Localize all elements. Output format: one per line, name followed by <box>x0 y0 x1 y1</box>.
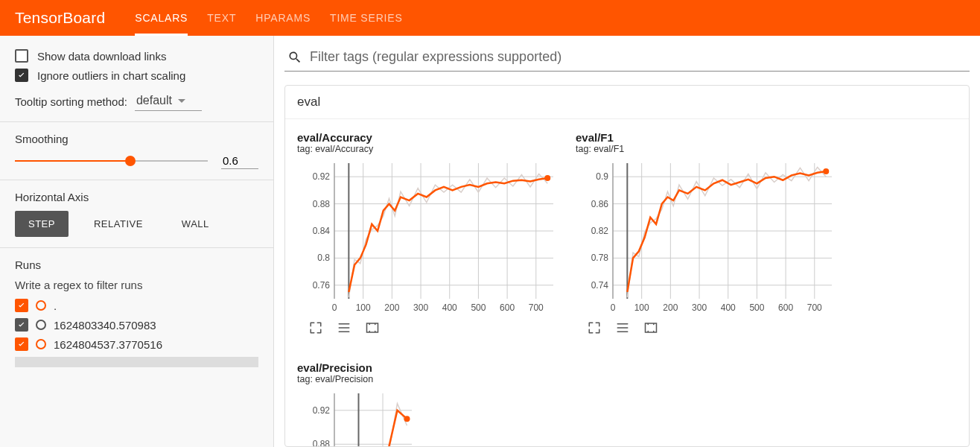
runs-list: .1624803340.5709831624804537.3770516 <box>15 299 258 351</box>
svg-point-28 <box>544 175 550 181</box>
svg-text:100: 100 <box>356 302 371 313</box>
svg-text:700: 700 <box>529 302 544 313</box>
tag-filter-input[interactable] <box>310 49 970 65</box>
nav-tabs: SCALARSTEXTHPARAMSTIME SERIES <box>135 0 402 36</box>
caret-down-icon <box>178 99 185 103</box>
show-download-checkbox[interactable] <box>15 49 28 63</box>
axis-btn-wall[interactable]: WALL <box>168 211 223 237</box>
chart-title: eval/F1 <box>576 131 836 144</box>
run-row: . <box>15 299 258 312</box>
svg-text:0.82: 0.82 <box>591 226 609 236</box>
chart-block: eval/Precisiontag: eval/Precision0.920.8… <box>297 361 431 447</box>
tooltip-sort-label: Tooltip sorting method: <box>15 95 127 108</box>
chart-actions <box>576 315 836 343</box>
chart-tag: tag: eval/Precision <box>297 374 431 384</box>
svg-text:300: 300 <box>692 302 707 313</box>
fullscreen-icon[interactable] <box>364 321 381 335</box>
chart-title: eval/Precision <box>297 361 431 374</box>
tooltip-sort-value: default <box>136 94 172 107</box>
main-area: eval eval/Accuracytag: eval/Accuracy0.92… <box>274 36 980 447</box>
sidebar: Show data download links Ignore outliers… <box>0 36 274 447</box>
axis-buttons: STEPRELATIVEWALL <box>15 211 258 237</box>
expand-icon[interactable] <box>308 321 324 335</box>
chart-title: eval/Accuracy <box>297 131 558 144</box>
smoothing-label: Smoothing <box>15 133 258 145</box>
app-header: TensorBoard SCALARSTEXTHPARAMSTIME SERIE… <box>0 0 980 36</box>
svg-text:100: 100 <box>634 302 649 313</box>
scroll-indicator <box>15 357 258 367</box>
run-color-icon <box>36 339 46 349</box>
svg-text:0.88: 0.88 <box>313 199 331 209</box>
chart-tag: tag: eval/Accuracy <box>297 144 558 154</box>
svg-text:200: 200 <box>384 302 399 313</box>
chart-block: eval/F1tag: eval/F10.90.860.820.780.7401… <box>576 131 836 343</box>
horizontal-axis-label: Horizontal Axis <box>15 191 258 203</box>
run-row: 1624804537.3770516 <box>15 337 258 351</box>
chart-canvas[interactable]: 0.920.880.840.80100 <box>297 389 416 447</box>
run-checkbox[interactable] <box>15 318 28 332</box>
svg-text:0.92: 0.92 <box>313 171 331 182</box>
svg-point-57 <box>823 168 829 174</box>
run-label: 1624803340.570983 <box>54 319 156 332</box>
tab-hparams[interactable]: HPARAMS <box>255 0 311 36</box>
axis-btn-step[interactable]: STEP <box>15 211 69 237</box>
run-checkbox[interactable] <box>15 337 28 351</box>
tab-time-series[interactable]: TIME SERIES <box>330 0 402 36</box>
svg-text:0.76: 0.76 <box>313 280 331 291</box>
eval-card: eval eval/Accuracytag: eval/Accuracy0.92… <box>284 85 970 447</box>
svg-text:0.9: 0.9 <box>596 171 608 182</box>
run-color-icon <box>36 320 46 330</box>
card-header[interactable]: eval <box>285 86 969 119</box>
chart-canvas[interactable]: 0.90.860.820.780.74010020030040050060070… <box>576 159 836 315</box>
svg-text:500: 500 <box>471 302 486 313</box>
svg-text:0.86: 0.86 <box>591 199 609 209</box>
tooltip-sort-dropdown[interactable]: default <box>135 92 202 111</box>
svg-text:700: 700 <box>807 302 822 313</box>
svg-text:0.74: 0.74 <box>591 280 609 291</box>
chart-actions <box>297 315 558 343</box>
fullscreen-icon[interactable] <box>643 321 659 335</box>
ignore-outliers-label: Ignore outliers in chart scaling <box>37 69 185 82</box>
app-logo: TensorBoard <box>15 9 105 27</box>
list-icon[interactable] <box>614 321 631 335</box>
svg-text:500: 500 <box>749 302 764 313</box>
ignore-outliers-checkbox[interactable] <box>15 69 28 82</box>
chart-canvas[interactable]: 0.920.880.840.80.76010020030040050060070… <box>297 159 558 315</box>
svg-text:400: 400 <box>721 302 736 313</box>
svg-text:0: 0 <box>611 302 616 313</box>
svg-text:600: 600 <box>778 302 793 313</box>
svg-text:0.92: 0.92 <box>313 405 331 416</box>
run-label: 1624804537.3770516 <box>54 338 162 351</box>
tab-scalars[interactable]: SCALARS <box>135 0 188 36</box>
search-icon <box>287 50 302 65</box>
chart-tag: tag: eval/F1 <box>576 144 836 154</box>
run-checkbox[interactable] <box>15 299 28 312</box>
expand-icon[interactable] <box>586 321 602 335</box>
tag-filter-row <box>284 46 970 72</box>
show-download-label: Show data download links <box>37 50 166 63</box>
svg-text:600: 600 <box>500 302 515 313</box>
svg-text:0.84: 0.84 <box>313 226 331 236</box>
runs-filter[interactable]: Write a regex to filter runs <box>15 279 258 291</box>
run-color-icon <box>36 300 46 311</box>
svg-text:0.88: 0.88 <box>313 439 331 447</box>
svg-text:0: 0 <box>332 302 337 313</box>
charts-row: eval/Accuracytag: eval/Accuracy0.920.880… <box>285 119 969 447</box>
runs-label: Runs <box>15 259 258 271</box>
smoothing-input[interactable] <box>221 153 258 169</box>
svg-text:200: 200 <box>663 302 678 313</box>
run-row: 1624803340.570983 <box>15 318 258 332</box>
run-label: . <box>54 299 57 312</box>
chart-block: eval/Accuracytag: eval/Accuracy0.920.880… <box>297 131 558 343</box>
svg-text:0.8: 0.8 <box>317 253 330 263</box>
list-icon[interactable] <box>336 321 352 335</box>
svg-text:400: 400 <box>442 302 457 313</box>
axis-btn-relative[interactable]: RELATIVE <box>80 211 156 237</box>
tab-text[interactable]: TEXT <box>207 0 236 36</box>
smoothing-slider[interactable] <box>15 153 208 168</box>
svg-point-72 <box>404 416 410 422</box>
svg-text:0.78: 0.78 <box>591 253 609 263</box>
svg-text:300: 300 <box>413 302 428 313</box>
